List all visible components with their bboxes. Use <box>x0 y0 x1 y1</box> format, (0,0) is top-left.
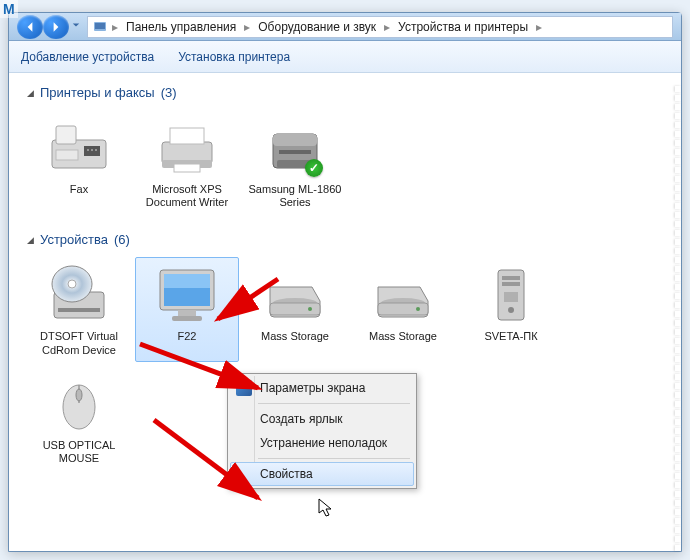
chevron-down-icon <box>72 21 80 29</box>
arrow-left-icon <box>24 21 36 33</box>
mouse-icon <box>39 371 119 435</box>
svg-point-28 <box>308 307 312 311</box>
explorer-window: ▸ Панель управления ▸ Оборудование и зву… <box>8 12 682 552</box>
nav-history-dropdown[interactable] <box>69 15 83 35</box>
device-mass-storage-2[interactable]: Mass Storage <box>351 257 455 361</box>
add-device-button[interactable]: Добавление устройства <box>21 50 154 64</box>
device-label: Mass Storage <box>261 330 329 343</box>
monitor-icon <box>147 262 227 326</box>
device-label: USB OPTICAL MOUSE <box>32 439 126 465</box>
fax-icon <box>39 115 119 179</box>
svg-rect-15 <box>279 150 311 154</box>
device-label: Mass Storage <box>369 330 437 343</box>
collapse-icon: ◢ <box>27 88 34 98</box>
svg-rect-24 <box>178 310 196 316</box>
device-xps-writer[interactable]: Microsoft XPS Document Writer <box>135 110 239 214</box>
command-bar: Добавление устройства Установка принтера <box>9 41 681 73</box>
svg-rect-30 <box>378 303 428 315</box>
menu-display-settings[interactable]: Параметры экрана <box>230 376 414 400</box>
collapse-icon: ◢ <box>27 235 34 245</box>
titlebar: ▸ Панель управления ▸ Оборудование и зву… <box>9 13 681 41</box>
printers-items: Fax Microsoft XPS Document Writer <box>27 110 663 214</box>
breadcrumb-separator: ▸ <box>242 20 252 34</box>
breadcrumb[interactable]: ▸ Панель управления ▸ Оборудование и зву… <box>87 16 673 38</box>
svg-point-5 <box>87 149 89 151</box>
menu-separator <box>258 403 410 404</box>
svg-rect-25 <box>172 316 202 321</box>
nav-buttons <box>17 15 83 39</box>
device-label: DTSOFT Virtual CdRom Device <box>32 330 126 356</box>
breadcrumb-separator: ▸ <box>534 20 544 34</box>
device-label: Microsoft XPS Document Writer <box>140 183 234 209</box>
device-label: SVETA-ПК <box>484 330 537 343</box>
device-pc[interactable]: SVETA-ПК <box>459 257 563 361</box>
forward-button[interactable] <box>43 15 69 39</box>
pc-tower-icon <box>471 262 551 326</box>
svg-point-6 <box>91 149 93 151</box>
device-label: Samsung ML-1860 Series <box>248 183 342 209</box>
hdd-icon <box>255 262 335 326</box>
torn-edge-decoration <box>675 83 681 551</box>
breadcrumb-separator: ▸ <box>110 20 120 34</box>
device-fax[interactable]: Fax <box>27 110 131 214</box>
svg-rect-35 <box>504 292 518 302</box>
svg-point-38 <box>76 389 82 401</box>
cdrom-icon <box>39 262 119 326</box>
device-mass-storage-1[interactable]: Mass Storage <box>243 257 347 361</box>
menu-separator <box>258 458 410 459</box>
group-header-printers[interactable]: ◢ Принтеры и факсы (3) <box>27 85 663 100</box>
menu-troubleshoot[interactable]: Устранение неполадок <box>230 431 414 455</box>
laser-printer-icon: ✓ <box>255 115 335 179</box>
group-count: (6) <box>114 232 130 247</box>
svg-rect-23 <box>164 274 210 288</box>
svg-rect-1 <box>95 23 105 29</box>
device-usb-mouse[interactable]: USB OPTICAL MOUSE <box>27 366 131 470</box>
svg-rect-14 <box>273 134 317 146</box>
context-menu: Параметры экрана Создать ярлык Устранени… <box>227 373 417 489</box>
hdd-icon <box>363 262 443 326</box>
device-label: Fax <box>70 183 88 196</box>
breadcrumb-hardware-sound[interactable]: Оборудование и звук <box>254 18 380 36</box>
menu-properties[interactable]: Свойства <box>230 462 414 486</box>
group-header-devices[interactable]: ◢ Устройства (6) <box>27 232 663 247</box>
svg-rect-8 <box>56 150 78 160</box>
default-badge-icon: ✓ <box>305 159 323 177</box>
page-marker: M <box>0 0 18 18</box>
arrow-right-icon <box>50 21 62 33</box>
group-count: (3) <box>161 85 177 100</box>
svg-point-7 <box>95 149 97 151</box>
svg-rect-34 <box>502 282 520 286</box>
group-title: Устройства <box>40 232 108 247</box>
svg-point-36 <box>508 307 514 313</box>
svg-rect-12 <box>174 164 200 172</box>
control-panel-icon <box>92 19 108 35</box>
svg-point-31 <box>416 307 420 311</box>
svg-rect-27 <box>270 303 320 315</box>
back-button[interactable] <box>17 15 43 39</box>
breadcrumb-devices-printers[interactable]: Устройства и принтеры <box>394 18 532 36</box>
printer-icon <box>147 115 227 179</box>
breadcrumb-control-panel[interactable]: Панель управления <box>122 18 240 36</box>
svg-rect-10 <box>170 128 204 144</box>
breadcrumb-separator: ▸ <box>382 20 392 34</box>
svg-rect-3 <box>56 126 76 144</box>
device-virtual-cdrom[interactable]: DTSOFT Virtual CdRom Device <box>27 257 131 361</box>
device-monitor-f22[interactable]: F22 <box>135 257 239 361</box>
menu-create-shortcut[interactable]: Создать ярлык <box>230 407 414 431</box>
content-pane: ◢ Принтеры и факсы (3) Fax <box>9 73 681 551</box>
group-title: Принтеры и факсы <box>40 85 155 100</box>
install-printer-button[interactable]: Установка принтера <box>178 50 290 64</box>
device-label: F22 <box>178 330 197 343</box>
svg-point-20 <box>68 280 76 288</box>
svg-rect-33 <box>502 276 520 280</box>
device-samsung-printer[interactable]: ✓ Samsung ML-1860 Series <box>243 110 347 214</box>
svg-rect-18 <box>58 308 100 312</box>
